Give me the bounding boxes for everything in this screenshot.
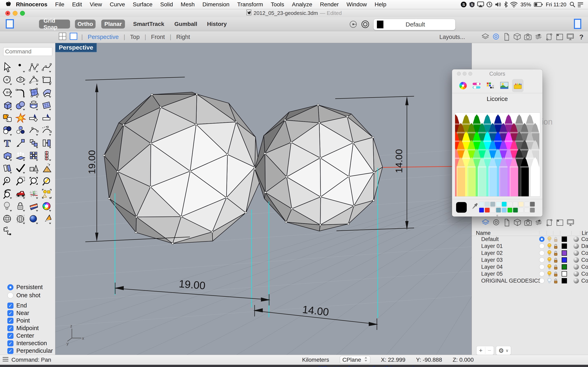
tool-sphere-pair[interactable] bbox=[15, 100, 26, 111]
tool-color-wheel[interactable] bbox=[41, 201, 53, 212]
menu-help[interactable]: Help bbox=[371, 1, 390, 8]
layer-name[interactable]: Layer 04 bbox=[481, 264, 503, 270]
four-viewports-icon[interactable] bbox=[0, 32, 67, 42]
menu-transform[interactable]: Transform bbox=[233, 1, 267, 8]
menu-clock[interactable]: Fri 11:20 bbox=[545, 1, 567, 8]
tool-lamp[interactable] bbox=[2, 201, 13, 212]
disable-osnap-icon[interactable] bbox=[349, 20, 357, 29]
layer-visibility-bulb-icon[interactable] bbox=[547, 250, 552, 257]
bluetooth-icon[interactable] bbox=[504, 1, 508, 8]
menu-analyze[interactable]: Analyze bbox=[288, 1, 316, 8]
layer-name[interactable]: Layer 01 bbox=[481, 243, 503, 249]
cplane-select[interactable]: CPlane bbox=[340, 356, 370, 364]
recent-swatch[interactable] bbox=[479, 202, 484, 207]
tab-right[interactable]: Right bbox=[175, 34, 191, 40]
menu-surface[interactable]: Surface bbox=[129, 1, 156, 8]
tab-front[interactable]: Front bbox=[150, 34, 166, 40]
recent-swatch[interactable] bbox=[496, 208, 501, 213]
layer-color-swatch[interactable] bbox=[562, 257, 567, 263]
layer-color-swatch[interactable] bbox=[562, 243, 567, 249]
recent-swatch[interactable] bbox=[479, 208, 484, 213]
display-monitor-icon[interactable] bbox=[567, 218, 575, 227]
layer-linetype[interactable]: Co bbox=[581, 278, 588, 284]
current-layer-radio[interactable] bbox=[539, 264, 545, 269]
tool-sphere-wire[interactable] bbox=[2, 213, 13, 225]
recent-swatch[interactable] bbox=[496, 202, 501, 207]
tool-undo-view[interactable] bbox=[2, 188, 13, 200]
recent-swatch[interactable] bbox=[507, 208, 512, 213]
layer-name[interactable]: Layer 02 bbox=[481, 250, 503, 256]
layer-linetype[interactable]: Co bbox=[581, 257, 588, 263]
tool-revolve[interactable] bbox=[28, 100, 40, 111]
layer-color-swatch[interactable] bbox=[562, 250, 567, 256]
layer-color-swatch[interactable] bbox=[562, 278, 567, 284]
recent-swatch[interactable] bbox=[530, 208, 535, 213]
menu-view[interactable]: View bbox=[86, 1, 106, 8]
recent-swatch[interactable] bbox=[513, 208, 518, 213]
layer-name[interactable]: Layer 05 bbox=[481, 271, 503, 277]
spotlight-search-icon[interactable] bbox=[569, 1, 575, 8]
menu-mesh[interactable]: Mesh bbox=[177, 1, 199, 8]
tool-zoom-window[interactable] bbox=[15, 175, 26, 187]
toggle-history[interactable]: History bbox=[207, 20, 227, 29]
box3d-icon[interactable] bbox=[513, 218, 522, 227]
page-icon[interactable] bbox=[503, 218, 511, 227]
layer-lock-icon[interactable] bbox=[553, 278, 558, 285]
add-layer-button[interactable]: + bbox=[476, 347, 485, 354]
tool-car[interactable] bbox=[15, 188, 26, 200]
recent-swatch[interactable] bbox=[507, 202, 512, 207]
shield-badge-icon[interactable]: S bbox=[469, 1, 475, 8]
layer-visibility-bulb-icon[interactable] bbox=[547, 257, 552, 264]
palette-tab[interactable] bbox=[484, 80, 496, 91]
layer-name[interactable]: Layer 03 bbox=[481, 257, 503, 263]
single-viewport-icon[interactable] bbox=[67, 33, 78, 42]
layer-material-icon[interactable] bbox=[573, 271, 579, 276]
toggle-gumball[interactable]: Gumball bbox=[174, 20, 197, 29]
wifi-icon[interactable] bbox=[510, 2, 518, 7]
hatch-grid-icon[interactable] bbox=[535, 33, 543, 42]
recent-swatch[interactable] bbox=[490, 202, 495, 207]
layer-material-icon[interactable] bbox=[573, 278, 579, 284]
detail-target-icon[interactable] bbox=[492, 33, 501, 42]
tool-group[interactable] bbox=[15, 125, 26, 136]
viewport-label[interactable]: Perspective bbox=[55, 43, 97, 52]
layer-name[interactable]: ORIGINAL GEODESICS bbox=[481, 278, 542, 284]
layers-icon[interactable] bbox=[481, 33, 490, 42]
layer-row[interactable]: Layer 05Co bbox=[472, 270, 588, 277]
checkbox-end[interactable]: ✓ bbox=[7, 303, 13, 309]
tool-patch[interactable] bbox=[41, 87, 53, 98]
checkbox-near[interactable]: ✓ bbox=[7, 310, 13, 316]
radio-one-shot[interactable] bbox=[7, 292, 13, 299]
recent-swatch[interactable] bbox=[513, 202, 518, 207]
tool-point[interactable] bbox=[15, 62, 26, 73]
current-layer-radio[interactable] bbox=[539, 271, 545, 276]
time-machine-icon[interactable] bbox=[486, 1, 493, 8]
notes-scroll-icon[interactable] bbox=[545, 218, 554, 227]
recent-swatch[interactable] bbox=[519, 208, 524, 213]
tool-rectangle[interactable] bbox=[41, 74, 53, 86]
volume-icon[interactable] bbox=[495, 1, 502, 8]
current-layer-radio[interactable] bbox=[539, 250, 545, 256]
tool-lock[interactable] bbox=[15, 201, 26, 212]
toggle-smarttrack[interactable]: SmartTrack bbox=[133, 20, 164, 29]
tool-polygon[interactable] bbox=[2, 87, 13, 98]
layer-row[interactable]: ORIGINAL GEODESICSCo bbox=[472, 277, 588, 284]
layer-row[interactable]: Layer 02Co bbox=[472, 250, 588, 257]
airplay-display-icon[interactable] bbox=[477, 1, 484, 8]
tool-pyramid-drag[interactable] bbox=[41, 163, 53, 174]
tool-explode[interactable] bbox=[15, 112, 26, 124]
frame-corner-icon[interactable] bbox=[556, 218, 564, 227]
recent-swatch[interactable] bbox=[502, 202, 507, 207]
layer-linetype[interactable]: Da bbox=[581, 243, 588, 249]
layer-name[interactable]: Default bbox=[481, 236, 499, 242]
panel-toggle-right-icon[interactable] bbox=[574, 19, 581, 29]
notification-list-icon[interactable] bbox=[577, 2, 584, 7]
remove-layer-button[interactable]: − bbox=[485, 347, 494, 354]
sliders-tab[interactable] bbox=[471, 80, 482, 91]
tool-mirror[interactable] bbox=[41, 137, 53, 149]
tool-check[interactable] bbox=[15, 163, 26, 174]
tool-extrude[interactable] bbox=[15, 150, 26, 161]
tool-extend-curve[interactable] bbox=[41, 125, 53, 136]
eyedropper-icon[interactable] bbox=[470, 202, 479, 212]
layer-row[interactable]: DefaultCo bbox=[472, 236, 588, 243]
